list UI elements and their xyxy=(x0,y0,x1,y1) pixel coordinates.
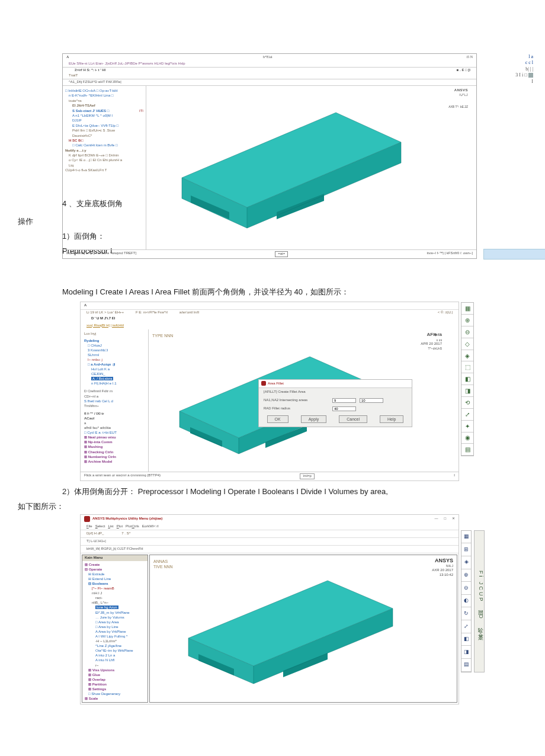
tree-item[interactable]: Hul Lolt K a xyxy=(84,367,146,371)
dlg-input-na2[interactable] xyxy=(360,398,383,403)
ss2-tree[interactable]: Lux lnyj Rydeling □ CHoaJ 3 Kxwsnhb□l SL… xyxy=(81,329,149,472)
tree-item[interactable]: A Area by VrkPlane xyxy=(85,629,145,634)
tree-item[interactable]: □ Cycl E a: t>bt EUT xyxy=(84,430,146,435)
tree-item[interactable]: ⊞ Overlap xyxy=(85,677,145,682)
tool-icon[interactable]: ↻ xyxy=(461,607,471,620)
tool-icon[interactable]: ◇ xyxy=(461,338,473,350)
tool-icon[interactable]: ◨ xyxy=(461,646,471,659)
dlg-input-na1[interactable] xyxy=(332,398,356,403)
tree-item[interactable]: □ Area by Line xyxy=(85,624,145,629)
close-icon[interactable]: ✕ xyxy=(452,517,455,521)
tree-item[interactable]: SLhrml xyxy=(84,353,146,357)
tree-item[interactable]: ⊞ Numbering Ctrln xyxy=(84,454,146,459)
ss2-link-row[interactable]: xus| RisajBI H| | iwfcHtil xyxy=(81,322,459,330)
tree-item[interactable]: A into 2 Ln a xyxy=(85,653,145,658)
tree-item[interactable]: mH.I J xyxy=(85,591,145,595)
tree-item[interactable]: ⊞ Archive Model xyxy=(84,459,146,464)
tool-icon[interactable]: ◧ xyxy=(461,373,473,385)
tree-item[interactable]: Ota^IE~im by WrkPlane xyxy=(85,648,145,653)
tree-item[interactable]: K djrf liprl BClWii E~«e □ Dnlnin xyxy=(65,153,143,158)
tree-item[interactable]: a xyxy=(84,421,146,425)
dlg-ok-button[interactable]: OK xyxy=(267,415,288,423)
tree-item[interactable]: A n1 ^LbEIKM ^L ^ o0|M l xyxy=(65,113,143,118)
tool-icon[interactable]: ▦ xyxy=(461,303,473,315)
ss1-status-m[interactable]: =at= xyxy=(275,251,288,257)
tree-item[interactable]: ⊞ Neal pimao wixu xyxy=(84,435,146,440)
tree-item[interactable]: tcoie^ns xyxy=(65,98,143,103)
tool-icon[interactable]: ⬚ xyxy=(461,361,473,373)
ss3-main-menu[interactable]: Kain Manu ⊞ Create ⊟ Operate ⊞ Extrade ⊞… xyxy=(82,555,148,703)
tree-item[interactable]: ⊟ Operate xyxy=(85,567,145,572)
tree-item[interactable]: Rydeling xyxy=(84,338,146,343)
tree-item[interactable]: nliB_ L^n~ xyxy=(85,600,145,605)
tool-icon[interactable]: ⊖ xyxy=(461,326,473,338)
ss1-model-preview[interactable]: ANSVSIU*LJ AXB T^: bE.2Z xyxy=(146,86,476,249)
tree-item[interactable]: ⊞ Mushing xyxy=(84,444,146,449)
tool-icon[interactable]: ⊖ xyxy=(461,582,471,595)
tool-icon[interactable]: ⊕ xyxy=(461,569,471,582)
tool-icon[interactable]: ▦ xyxy=(461,531,471,544)
tree-item[interactable]: afhtll feo* atfclltie xyxy=(84,425,146,430)
tree-item[interactable]: ACaol xyxy=(84,416,146,421)
tree-item[interactable]: E DIvL<ta QtIue-: VVfl-T1lp □ xyxy=(65,123,143,128)
tree-item[interactable]: □ Area by Area xyxy=(85,620,145,624)
tree-item[interactable]: A into N Lhfl xyxy=(85,658,145,662)
tree-item[interactable]: CEJ0iN_ xyxy=(84,371,146,376)
ss2-right-toolbar[interactable]: ▦ ⊕ ⊖ ◇ ◈ ⬚ ◧ ◨ ⟲ ⤢ ✦ ◉ ▤ xyxy=(461,302,474,456)
tree-item[interactable]: DJ1IF xyxy=(65,118,143,123)
tree-item[interactable]: ⊞ Settings xyxy=(85,687,145,691)
tree-item[interactable]: □ InHslirlE OCr+bA □ Op-a+T-kiH xyxy=(65,88,143,93)
tree-item[interactable]: ⊞ Extend Line xyxy=(85,576,145,581)
tool-icon[interactable]: ◈ xyxy=(461,556,471,569)
tree-item[interactable]: Pslrl Ilm □ ExfUn•c S .Stuw xyxy=(65,128,143,133)
tree-item[interactable]: … Jure by Volums xyxy=(85,615,145,620)
dlg-apply-button[interactable]: Apply xyxy=(301,415,327,423)
ss2-status-m[interactable]: imi=p xyxy=(300,473,315,479)
tree-item[interactable]: S Ssb-ciact J' HUES □ xyxy=(65,108,109,113)
ss1-taskbar-icons[interactable] xyxy=(483,249,545,260)
tree-item[interactable]: ⊞ Viss Upsions xyxy=(85,668,145,672)
dlg-input-rad[interactable] xyxy=(332,406,356,411)
ss2-model-preview[interactable]: TYPE NNN AFiəra n mi APR 20 2017 T^~dnUn… xyxy=(149,329,459,472)
tool-icon[interactable]: ⊞ xyxy=(461,543,471,556)
tree-item[interactable]: H SC 0i□ xyxy=(65,138,143,143)
tree-item[interactable]: El^JB_m by VrhPlane xyxy=(85,610,145,615)
tree-item[interactable]: ⊟ Booleans xyxy=(85,581,145,586)
tree-item[interactable]: n E-K^rudh- ^EKIHmI Lina □ xyxy=(65,93,143,98)
ss3-right-toolbar-1[interactable]: ▦ ⊞ ◈ ⊕ ⊖ ◐ ↻ ⤢ ◧ ◨ ▤ xyxy=(461,530,472,672)
area-fillet-dialog[interactable]: Area Fillet [AFILLT] Create Fillet Area … xyxy=(258,379,412,427)
ss3-model-preview[interactable]: ANNASTIVE NNN ANSYS NIA.J AXR 20 2017 13… xyxy=(149,555,457,703)
tree-item[interactable]: r~ xyxy=(85,663,145,668)
tool-icon[interactable]: ▤ xyxy=(461,659,471,672)
tree-item[interactable]: Nwlify e…i:y xyxy=(65,148,143,153)
tree-item[interactable]: □ a Ard•Aoiqn :|I xyxy=(84,362,146,367)
tree-item[interactable]: I~ nnbu: j xyxy=(84,357,146,362)
minimize-icon[interactable]: — xyxy=(434,517,438,521)
tree-item-selected[interactable]: A. / Bxi;slxra xyxy=(91,377,113,380)
tree-item[interactable]: CDr~nI a xyxy=(84,394,146,399)
maximize-icon[interactable]: □ xyxy=(444,517,446,521)
tool-icon[interactable]: ◉ xyxy=(461,433,473,444)
tree-item[interactable]: CUp4<i-o fl«a SKasILFrt T xyxy=(65,168,143,172)
tool-icon[interactable]: ✦ xyxy=(461,421,473,433)
dlg-help-button[interactable]: Help xyxy=(380,415,403,423)
tool-icon[interactable]: ◧ xyxy=(461,633,471,646)
tree-item[interactable]: ^Line Z jAge/line xyxy=(85,643,145,648)
ss1-menubar[interactable]: EUe Sfile-st LLrt Eian- J]siDriff JoL-Ji… xyxy=(63,61,476,68)
tree-item[interactable]: -H ~ L1Lt/rm* xyxy=(85,639,145,643)
tool-icon[interactable]: ⊕ xyxy=(461,315,473,326)
tool-icon[interactable]: ◈ xyxy=(461,350,473,362)
tree-item[interactable]: S fhetl rwb Cel L d xyxy=(84,399,146,403)
tree-item[interactable]: DaunisirfcC* xyxy=(65,133,143,138)
tool-icon[interactable]: ◨ xyxy=(461,385,473,397)
tool-icon[interactable]: ▤ xyxy=(461,444,473,456)
tool-icon[interactable]: ⟲ xyxy=(461,397,473,409)
tree-item[interactable]: D Crefinnil Fxltr m xyxy=(84,389,146,393)
tree-item-selected[interactable]: lune hg Azun xyxy=(95,606,118,609)
tree-item[interactable]: Trn/tifnn~ xyxy=(84,403,146,408)
tree-item[interactable]: □ CHoaJ xyxy=(84,343,146,348)
ss1-tree[interactable]: □ InHslirlE OCr+bA □ Op-a+T-kiH n E-K^ru… xyxy=(63,86,146,249)
tool-icon[interactable]: ⤢ xyxy=(461,620,471,633)
dlg-cancel-button[interactable]: Cancel xyxy=(339,415,367,423)
tool-icon[interactable]: ◐ xyxy=(461,595,471,608)
